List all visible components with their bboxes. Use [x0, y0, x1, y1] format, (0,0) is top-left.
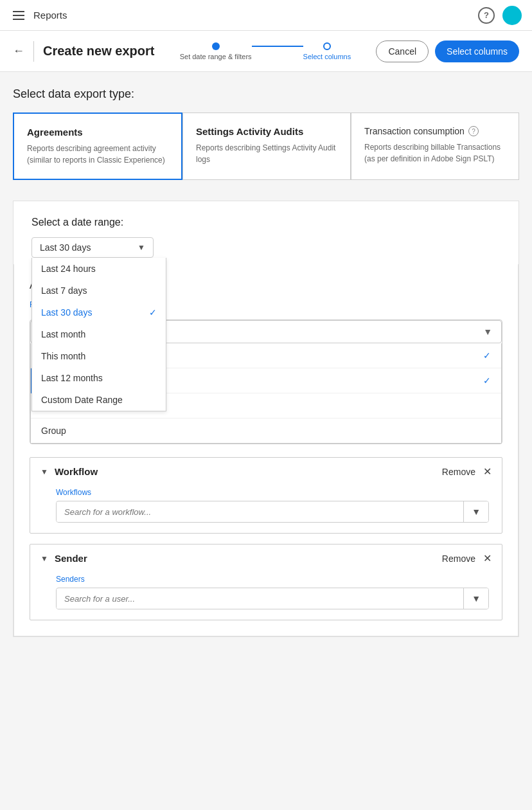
sender-search-input[interactable]	[57, 589, 463, 609]
sender-chip-title: Sender	[55, 553, 87, 564]
workflow-search-row: ▼	[56, 501, 489, 523]
date-option-12m[interactable]: Last 12 months	[32, 367, 166, 389]
export-type-title: Select data export type:	[13, 87, 519, 101]
header-actions: Cancel Select columns	[376, 40, 519, 62]
date-option-custom[interactable]: Custom Date Range	[32, 389, 166, 411]
step-1: Set date range & filters	[180, 42, 252, 60]
card-transaction[interactable]: Transaction consumption ? Reports descri…	[351, 113, 519, 180]
filter-option-workflow-check: ✓	[483, 350, 491, 361]
add-filter-arrow-icon: ▼	[483, 327, 492, 337]
date-range-selected: Last 30 days	[40, 242, 91, 253]
date-option-24h[interactable]: Last 24 hours	[32, 258, 166, 280]
filter-option-group-label: Group	[41, 426, 66, 436]
avatar[interactable]	[502, 6, 522, 25]
nav-right: ?	[478, 6, 522, 25]
workflow-search-input[interactable]	[57, 502, 463, 522]
header-left: ← Create new export	[13, 41, 154, 62]
workflow-remove-button[interactable]: Remove	[442, 467, 475, 477]
export-type-cards: Agreements Reports describing agreement …	[13, 113, 519, 180]
date-option-this-month[interactable]: This month	[32, 345, 166, 367]
workflow-chip-body: Workflows ▼	[30, 485, 502, 533]
workflow-filter-chip: ▼ Workflow Remove ✕ Workflows ▼	[30, 457, 502, 534]
workflow-chip-header: ▼ Workflow Remove ✕	[30, 458, 502, 485]
sender-search-row: ▼	[56, 588, 489, 609]
step-line	[252, 46, 303, 47]
date-range-title: Select a date range:	[31, 217, 501, 228]
workflow-close-icon[interactable]: ✕	[483, 465, 492, 478]
workflow-chip-right: Remove ✕	[442, 465, 492, 478]
date-option-24h-label: Last 24 hours	[41, 264, 96, 274]
filter-option-group[interactable]: Group	[31, 419, 501, 443]
workflow-chip-title: Workflow	[55, 466, 98, 477]
header-bar: ← Create new export Set date range & fil…	[0, 31, 532, 72]
date-filters-block: Select a date range: Last 30 days ▼ Last…	[13, 201, 519, 637]
top-nav: Reports ?	[0, 0, 532, 31]
date-option-last-month-label: Last month	[41, 329, 85, 339]
date-option-this-month-label: This month	[41, 351, 85, 361]
sender-remove-button[interactable]: Remove	[442, 554, 475, 564]
date-option-30d-check: ✓	[149, 307, 157, 318]
date-range-dropdown[interactable]: Last 30 days ▼	[31, 237, 154, 258]
date-option-last-month[interactable]: Last month	[32, 323, 166, 345]
sender-chip-header: ▼ Sender Remove ✕	[30, 544, 502, 572]
workflow-sub-label: Workflows	[56, 488, 489, 497]
card-transaction-title-row: Transaction consumption ?	[364, 126, 506, 136]
date-option-custom-label: Custom Date Range	[41, 395, 123, 405]
sender-filter-chip: ▼ Sender Remove ✕ Senders ▼	[30, 544, 502, 620]
stepper: Set date range & filters Select columns	[180, 42, 351, 60]
nav-title: Reports	[33, 10, 67, 21]
workflow-chevron-icon[interactable]: ▼	[40, 467, 48, 476]
card-agreements-desc: Reports describing agreement activity (s…	[27, 143, 168, 166]
step-1-label: Set date range & filters	[180, 53, 252, 60]
date-range-menu: Last 24 hours Last 7 days Last 30 days ✓…	[31, 258, 166, 411]
help-icon[interactable]: ?	[478, 7, 495, 24]
date-range-dropdown-wrapper: Last 30 days ▼ Last 24 hours Last 7 days…	[31, 237, 154, 258]
nav-left: Reports	[10, 8, 67, 22]
sender-sub-label: Senders	[56, 575, 489, 584]
step-2-label: Select columns	[303, 53, 351, 60]
select-columns-button[interactable]: Select columns	[435, 40, 519, 62]
sender-chip-right: Remove ✕	[442, 552, 492, 564]
transaction-info-icon[interactable]: ?	[468, 126, 479, 136]
date-range-section: Select a date range: Last 30 days ▼ Last…	[13, 201, 519, 264]
hamburger-icon[interactable]	[10, 8, 27, 22]
date-option-30d[interactable]: Last 30 days ✓	[32, 302, 166, 323]
sender-search-dropdown-icon[interactable]: ▼	[463, 588, 488, 609]
main-content: Select data export type: Agreements Repo…	[0, 72, 532, 652]
date-option-12m-label: Last 12 months	[41, 373, 103, 383]
step-2-dot	[323, 42, 331, 50]
card-settings-desc: Reports describing Settings Activity Aud…	[196, 142, 337, 165]
date-range-arrow-icon: ▼	[137, 243, 145, 252]
workflow-search-dropdown-icon[interactable]: ▼	[463, 501, 488, 522]
step-1-dot	[212, 42, 220, 50]
card-settings-activity[interactable]: Settings Activity Audits Reports describ…	[182, 113, 351, 180]
filter-option-sender-check: ✓	[483, 375, 491, 386]
sender-chip-body: Senders ▼	[30, 572, 502, 620]
workflow-chip-left: ▼ Workflow	[40, 466, 98, 477]
header-divider	[33, 41, 34, 62]
cancel-button[interactable]: Cancel	[376, 40, 429, 62]
date-option-7d-label: Last 7 days	[41, 285, 87, 296]
back-button[interactable]: ←	[13, 44, 24, 58]
step-2: Select columns	[303, 42, 351, 60]
card-settings-title: Settings Activity Audits	[196, 126, 337, 137]
date-option-30d-label: Last 30 days	[41, 307, 92, 318]
page-title: Create new export	[43, 44, 154, 59]
sender-close-icon[interactable]: ✕	[483, 552, 492, 564]
card-transaction-desc: Reports describing billable Transactions…	[364, 141, 506, 165]
sender-chip-left: ▼ Sender	[40, 553, 87, 564]
card-transaction-title: Transaction consumption	[364, 126, 465, 136]
sender-chevron-icon[interactable]: ▼	[40, 554, 48, 563]
date-option-7d[interactable]: Last 7 days	[32, 280, 166, 302]
card-agreements[interactable]: Agreements Reports describing agreement …	[13, 113, 182, 180]
card-agreements-title: Agreements	[27, 127, 168, 138]
